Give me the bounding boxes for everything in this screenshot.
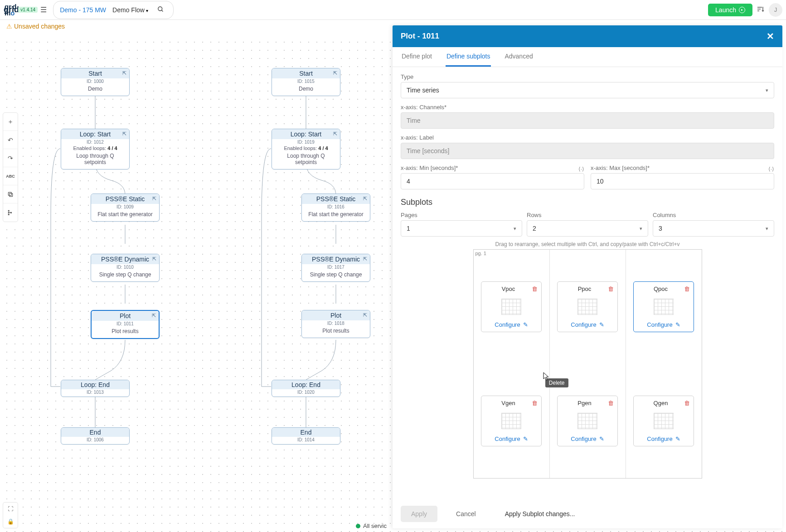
node-plot-r[interactable]: Plot⇱ ID: 1018 Plot results	[301, 310, 370, 338]
tab-define-subplots[interactable]: Define subplots	[446, 47, 491, 67]
node-end-r[interactable]: End ID: 1014	[272, 427, 340, 445]
trash-icon[interactable]: 🗑	[532, 400, 538, 406]
configure-button[interactable]: Configure✎	[647, 321, 680, 328]
trash-icon[interactable]: 🗑	[608, 285, 614, 292]
sort-icon[interactable]	[757, 6, 764, 14]
expand-icon[interactable]: ⇱	[152, 256, 156, 262]
trash-icon[interactable]: 🗑	[684, 285, 690, 292]
node-psse-static[interactable]: PSS®E Static⇱ ID: 1009 Flat start the ge…	[91, 193, 160, 222]
subplot-pgen[interactable]: Pgen🗑 Configure✎	[557, 396, 618, 446]
delete-tooltip: Delete	[545, 378, 568, 387]
panel-footer: Apply Cancel Apply Subplot changes...	[393, 499, 782, 528]
node-start-r[interactable]: Start⇱ ID: 1015 Demo	[272, 68, 340, 96]
redo-button[interactable]: ↷	[3, 149, 18, 167]
tab-advanced[interactable]: Advanced	[504, 47, 534, 67]
svg-rect-9	[8, 212, 10, 213]
avatar[interactable]: J	[769, 3, 782, 17]
node-psse-dynamic-r[interactable]: PSS®E Dynamic⇱ ID: 1017 Single step Q ch…	[301, 254, 370, 282]
apply-subplot-button[interactable]: Apply Subplot changes...	[495, 506, 586, 522]
node-plot-selected[interactable]: Plot⇱ ID: 1011 Plot results	[91, 310, 160, 339]
lock-button[interactable]: 🔒	[3, 515, 18, 528]
xchannels-label: x-axis: Channels*	[401, 104, 774, 111]
subplot-thumb	[654, 299, 674, 315]
trash-icon[interactable]: 🗑	[608, 400, 614, 406]
trash-icon[interactable]: 🗑	[684, 400, 690, 406]
subplot-vgen[interactable]: Vgen🗑 Configure✎	[481, 396, 542, 446]
close-icon[interactable]: ✕	[767, 31, 774, 42]
node-end[interactable]: End ID: 1006	[61, 427, 130, 445]
copy-button[interactable]	[3, 185, 18, 203]
subplot-vpoc[interactable]: Vpoc🗑 Configure✎	[481, 281, 542, 332]
project-selector[interactable]: Demo - 175 MW Demo Flow▾	[53, 1, 174, 19]
status-indicator: All servic	[356, 522, 387, 529]
xmin-input[interactable]: 4	[401, 173, 584, 189]
rows-select[interactable]: 2▾	[527, 220, 648, 237]
svg-rect-11	[10, 212, 12, 213]
expand-icon[interactable]: ⇱	[122, 70, 126, 76]
flow-name: Demo Flow	[112, 6, 145, 14]
xchannels-input: Time	[401, 112, 774, 129]
cols-select[interactable]: 3▾	[653, 220, 774, 237]
layout-button[interactable]	[3, 203, 18, 222]
subplot-thumb	[654, 413, 674, 429]
node-psse-dynamic[interactable]: PSS®E Dynamic⇱ ID: 1010 Single step Q ch…	[91, 254, 160, 282]
expand-icon[interactable]: ⇱	[363, 312, 367, 318]
expand-icon[interactable]: ⇱	[363, 256, 367, 262]
svg-rect-10	[8, 214, 10, 215]
subplot-grid[interactable]: pg. 1 Vpoc🗑 Configure✎ Ppoc🗑 Configure✎	[473, 249, 702, 479]
launch-button[interactable]: Launch ▸	[708, 4, 752, 16]
helper-text: Drag to rearrange, select multiple with …	[401, 241, 774, 247]
add-node-button[interactable]: ＋	[3, 113, 18, 131]
pages-select[interactable]: 1▾	[401, 220, 522, 237]
xmax-input[interactable]: 10	[591, 173, 774, 189]
node-loop-start[interactable]: Loop: Start⇱ ID: 1012 Enabled loops: 4 /…	[61, 129, 130, 169]
page-label: pg. 1	[475, 251, 486, 256]
status-dot-icon	[356, 524, 360, 528]
svg-rect-6	[10, 193, 13, 196]
trash-icon[interactable]: 🗑	[532, 285, 538, 292]
subplot-qgen[interactable]: Qgen🗑 Configure✎	[633, 396, 694, 446]
node-loop-end-r[interactable]: Loop: End ID: 1020	[272, 380, 340, 397]
cancel-button[interactable]: Cancel	[446, 506, 486, 522]
configure-button[interactable]: Configure✎	[495, 435, 528, 442]
version-badge: v1.4.14	[18, 7, 38, 13]
pencil-icon: ✎	[599, 435, 604, 442]
svg-point-0	[158, 6, 162, 10]
configure-button[interactable]: Configure✎	[571, 435, 604, 442]
node-psse-static-r[interactable]: PSS®E Static⇱ ID: 1016 Flat start the ge…	[301, 193, 370, 222]
pencil-icon: ✎	[523, 321, 528, 328]
menu-icon[interactable]: ☰	[38, 3, 49, 17]
configure-button[interactable]: Configure✎	[495, 321, 528, 328]
canvas-bottom-toolbar: ⛶ 🔒	[3, 502, 18, 528]
search-icon[interactable]	[155, 3, 167, 17]
type-select[interactable]: Time series▾	[401, 82, 774, 98]
configure-button[interactable]: Configure✎	[647, 435, 680, 442]
subplot-thumb	[501, 413, 521, 429]
expand-icon[interactable]: ⇱	[122, 131, 126, 137]
rows-label: Rows	[527, 212, 648, 218]
warning-icon: ⚠	[6, 23, 12, 30]
svg-rect-7	[8, 192, 11, 195]
subplot-ppoc[interactable]: Ppoc🗑 Configure✎	[557, 281, 618, 332]
node-loop-end[interactable]: Loop: End ID: 1013	[61, 380, 130, 397]
rename-button[interactable]: ABC	[3, 167, 18, 185]
node-loop-start-r[interactable]: Loop: Start⇱ ID: 1019 Enabled loops: 4 /…	[272, 129, 340, 169]
app-header: grid gr·d mo v1.4.14 ☰ Demo - 175 MW Dem…	[0, 0, 786, 20]
subplot-qpoc[interactable]: Qpoc🗑 Configure✎	[633, 281, 694, 332]
expand-icon[interactable]: ⇱	[333, 131, 337, 137]
canvas-toolbar: ＋ ↶ ↷ ABC	[3, 112, 18, 222]
expand-icon[interactable]: ⟨·⟩	[578, 166, 584, 172]
xmax-label: x-axis: Max [seconds]*	[591, 164, 650, 171]
expand-icon[interactable]: ⇱	[152, 196, 156, 202]
configure-button[interactable]: Configure✎	[571, 321, 604, 328]
apply-button[interactable]: Apply	[401, 506, 437, 522]
expand-icon[interactable]: ⇱	[152, 313, 156, 319]
expand-icon[interactable]: ⟨·⟩	[768, 166, 774, 172]
undo-button[interactable]: ↶	[3, 131, 18, 149]
expand-icon[interactable]: ⇱	[333, 70, 337, 76]
subplot-thumb	[577, 413, 597, 429]
node-start[interactable]: Start⇱ ID: 1000 Demo	[61, 68, 130, 96]
fit-button[interactable]: ⛶	[3, 503, 18, 515]
expand-icon[interactable]: ⇱	[363, 196, 367, 202]
tab-define-plot[interactable]: Define plot	[401, 47, 433, 67]
